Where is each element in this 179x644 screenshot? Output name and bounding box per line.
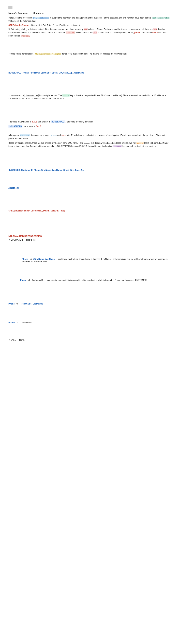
customer-schema-line2: Apartment): [9, 187, 19, 189]
dep2-explanation: must also be true, and this is separable…: [46, 279, 147, 281]
household-label: HOUSEHOLD (Phone, FirstName, LastName, S…: [9, 72, 84, 74]
sale-ref-2: SALE: [36, 125, 41, 128]
gap-8: [9, 190, 170, 204]
dep2-arrow: ⇉: [28, 279, 30, 281]
gap-6: [9, 150, 170, 163]
dep3-phone: Phone: [9, 303, 15, 305]
mailing-list-badge: Marcia purchased a mailing list: [35, 53, 61, 55]
looks-like-text: It looks like: [26, 239, 36, 241]
design-text2: database for storing: [30, 134, 49, 136]
mailing-text-before: To help create her database,: [9, 53, 35, 55]
never-null-badge: never null: [66, 32, 75, 34]
chapter-title: Marcia's Business ▾ Chapter 4: [9, 12, 170, 14]
intro-para2e: values. Also, occasionally during a rush…: [97, 32, 134, 34]
name-word: name: [152, 32, 157, 34]
many-names-text2: that are not in: [37, 120, 51, 123]
gap-bottom2: [9, 356, 170, 370]
in-sale-line: In SALE: None.: [9, 338, 170, 342]
invoice-number-field: InvoiceNumber: [15, 24, 30, 26]
in-customer-label: In CUSTOMER: It looks like: [9, 238, 170, 242]
gap-7: [9, 172, 170, 186]
many-names-para: There are many names in SALE that are no…: [9, 120, 170, 124]
customer-schema-block: CUSTOMER (CustomerID, Phone, FirstName, …: [9, 169, 170, 171]
in-customer-text: In CUSTOMER:: [9, 239, 23, 241]
gap-3: [9, 75, 170, 89]
mailing-text-after: from a local business bureau. The mailin…: [61, 53, 127, 55]
null-badge-3: null: [93, 32, 97, 34]
household-schema: HOUSEHOLD (Phone, FirstName, LastName, S…: [9, 72, 170, 74]
design-text3: and: [57, 134, 61, 136]
dep2-line: Phone ⇉ CustomerID must also be true, an…: [17, 279, 170, 281]
gap-5: [9, 129, 170, 134]
sale-schema-block: SALE (InvoiceNumber, CustomerID, DateIn,…: [9, 210, 170, 212]
phone-word: phone: [134, 32, 140, 34]
intro-text-end: that collects the following data:: [9, 20, 36, 22]
sale-label-intro: SALE (: [9, 24, 15, 26]
gap-1: [9, 39, 170, 52]
in-sale-text: In SALE:: [9, 339, 16, 341]
phone-text-c: . The: [57, 94, 62, 96]
mailing-para1: To help create her database, Marcia purc…: [9, 52, 170, 56]
primary-badge: primary: [62, 94, 70, 96]
dep4-customerid: CustomerID: [21, 321, 32, 324]
gap-6b: [9, 163, 170, 168]
gap-11: [9, 264, 170, 278]
intro-para2: Unfortunately, during rush times, not al…: [9, 28, 170, 38]
design-text1: A Design an: [9, 134, 20, 136]
null-badge-2: null: [153, 28, 157, 30]
household-ref-2: HOUSEHOLD: [9, 125, 23, 128]
surrogate-badge: surrogate: [113, 145, 122, 147]
customer-schema-line1: CUSTOMER (CustomerID, Phone, FirstName, …: [9, 169, 84, 171]
gap-13: [9, 306, 170, 320]
intro-para2f: number and: [140, 32, 152, 34]
gap-9b: [9, 226, 170, 232]
intro-para2h: .: [30, 35, 32, 37]
many-names-cont: HOUSEHOLD that are not in SALE .: [9, 125, 170, 128]
gap-4: [9, 102, 170, 115]
multivalued-section: MULTIVALUED DEPENDENCIES: In CUSTOMER: I…: [9, 235, 170, 342]
mv-header: MULTIVALUED DEPENDENCIES:: [9, 235, 170, 238]
assume-badge: assume: [136, 142, 144, 144]
gap-2: [9, 57, 170, 70]
intro-para2b: values in Phone, FirstName, and LastName…: [88, 28, 153, 30]
design-para2: Based on this information, there are two…: [9, 142, 170, 148]
many-names-text3: , and there are many names in: [65, 120, 93, 123]
dep4-phone: Phone: [9, 321, 15, 324]
cash-register-badge: cash register system: [152, 17, 170, 19]
dep4-arrow: ⇉: [16, 321, 18, 324]
none-text: None.: [19, 339, 25, 341]
phone-text-d: key is thus the composite (Phone, FirstN…: [70, 94, 121, 96]
phone-number-box: phone number: [24, 94, 39, 97]
gap-12b: [9, 296, 170, 301]
dep3-rest: (FirstName, LastName): [21, 303, 43, 305]
dep3-line: Phone ⇉ (FirstName, LastName): [9, 302, 170, 305]
page-container: Marcia's Business ▾ Chapter 4 Marcia is …: [0, 0, 179, 644]
sale-schema-line: SALE (InvoiceNumber, CustomerID, DateIn,…: [9, 210, 65, 212]
gap-12: [9, 283, 170, 296]
gap-8b: [9, 204, 170, 208]
gap-14: [9, 325, 170, 338]
phone-text-before: In some cases, a: [9, 94, 24, 96]
document-icon: [9, 6, 13, 9]
design-text5: Based on this information, there are two…: [9, 142, 136, 144]
updatable-badge: updateable: [20, 134, 30, 136]
design-text7: key. A rough sketch for these would be:: [122, 145, 157, 147]
intro-para2d: . DateOut has a few: [75, 32, 93, 34]
dep2-phone: Phone: [20, 279, 27, 281]
intro-para1: Marcia is in the process of creating dat…: [9, 16, 170, 23]
many-names-text4: that are not in: [23, 125, 36, 128]
intro-text-before: Marcia is in the process of: [9, 17, 33, 19]
many-names-text5: .: [42, 125, 42, 128]
household-ref-inline: HOUSEHOLD: [51, 120, 65, 123]
dep4-line: Phone ⇉ CustomerID: [9, 321, 170, 324]
gap-10: [9, 243, 170, 256]
gap-9: [9, 213, 170, 226]
incorrectly-badge: incorrectly: [21, 35, 30, 37]
gap-bottom: [9, 343, 170, 356]
intro-text-after: to support the operation and management …: [49, 17, 152, 19]
customer-word: customer: [49, 134, 57, 136]
sale-ref-inline: SALE: [32, 120, 37, 123]
chapter-label: Chapter 4: [33, 12, 44, 14]
logo-area: [9, 5, 170, 10]
marcias-business-title: Marcia's Business: [9, 12, 28, 14]
